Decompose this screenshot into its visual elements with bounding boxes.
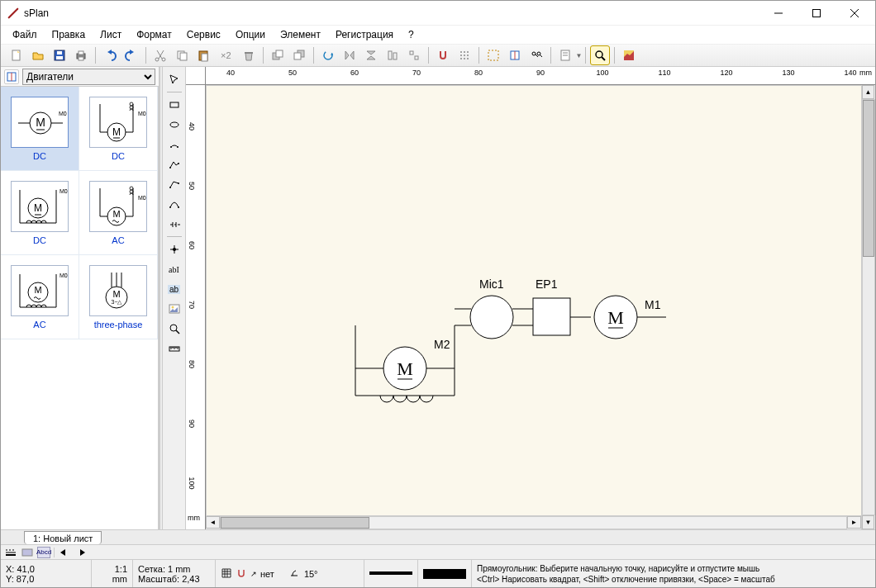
search-button[interactable] bbox=[526, 45, 546, 65]
grid-label: Сетка: 1 mm bbox=[138, 564, 210, 574]
bezier-tool[interactable] bbox=[165, 195, 183, 213]
grid-button[interactable] bbox=[455, 45, 474, 65]
component-item-ac1[interactable]: MM0 AC bbox=[79, 171, 158, 255]
svg-line-40 bbox=[540, 55, 542, 57]
arrow-left-icon[interactable] bbox=[58, 547, 71, 558]
scroll-up-button[interactable]: ▲ bbox=[862, 85, 874, 99]
maximize-button[interactable] bbox=[797, 1, 836, 26]
snap-icon[interactable] bbox=[236, 567, 247, 581]
component-item-dc3[interactable]: MM0 DC bbox=[1, 171, 79, 255]
minimize-button[interactable] bbox=[759, 1, 797, 26]
component-item-ac2[interactable]: MM0 AC bbox=[1, 255, 79, 339]
component-item-3phase[interactable]: M3~△ three-phase bbox=[79, 255, 158, 339]
send-back-button[interactable] bbox=[289, 45, 309, 65]
rect-tool[interactable] bbox=[165, 96, 183, 114]
svg-point-102 bbox=[170, 325, 177, 331]
menu-edit[interactable]: Правка bbox=[45, 27, 93, 42]
scroll-right-button[interactable]: ► bbox=[847, 516, 861, 529]
library-icon[interactable] bbox=[4, 69, 19, 84]
fill-style-icon[interactable] bbox=[21, 547, 34, 558]
menu-options[interactable]: Опции bbox=[229, 27, 272, 42]
svg-text:M: M bbox=[112, 289, 120, 299]
vscroll-track[interactable] bbox=[862, 99, 875, 515]
svg-text:M: M bbox=[112, 126, 121, 138]
sheet-tab-1[interactable]: 1: Новый лист bbox=[24, 531, 102, 544]
duplicate-button[interactable]: ×2 bbox=[215, 45, 237, 65]
text-tool[interactable]: abI bbox=[165, 260, 183, 278]
svg-text:M: M bbox=[34, 202, 42, 214]
node-tool[interactable] bbox=[165, 240, 183, 258]
component-label: AC bbox=[112, 235, 124, 245]
angle-icon[interactable] bbox=[289, 567, 301, 581]
menu-file[interactable]: Файл bbox=[6, 27, 44, 42]
cut-button[interactable] bbox=[150, 45, 170, 65]
distribute-button[interactable] bbox=[404, 45, 424, 65]
menu-sheet[interactable]: Лист bbox=[93, 27, 128, 42]
menu-element[interactable]: Элемент bbox=[274, 27, 327, 42]
text-style-icon[interactable]: Abcd bbox=[37, 547, 50, 558]
magnify-tool[interactable] bbox=[165, 320, 183, 338]
textbox-tool[interactable]: ab bbox=[165, 280, 183, 298]
copy-button[interactable] bbox=[172, 45, 192, 65]
rotate-button[interactable] bbox=[318, 45, 338, 65]
close-button[interactable] bbox=[836, 1, 874, 26]
measure-tool[interactable] bbox=[165, 339, 183, 358]
menu-help[interactable]: ? bbox=[402, 27, 421, 42]
zoom-button[interactable] bbox=[590, 45, 610, 65]
titlebar: sPlan bbox=[1, 1, 875, 26]
select-tool[interactable] bbox=[165, 70, 183, 88]
undo-button[interactable] bbox=[100, 45, 120, 65]
paste-button[interactable] bbox=[193, 45, 213, 65]
delete-button[interactable] bbox=[239, 45, 259, 65]
open-button[interactable] bbox=[28, 45, 48, 65]
component-item-dc2[interactable]: MM0 DC bbox=[79, 87, 158, 171]
hscroll-track[interactable] bbox=[220, 516, 847, 529]
scroll-left-button[interactable]: ◄ bbox=[206, 516, 220, 529]
category-dropdown[interactable]: Двигатели bbox=[22, 69, 155, 85]
flip-h-button[interactable] bbox=[340, 45, 359, 65]
poly-tool[interactable] bbox=[165, 155, 183, 173]
hscroll-thumb[interactable] bbox=[221, 517, 369, 529]
window-title: sPlan bbox=[24, 7, 759, 19]
new-button[interactable] bbox=[7, 45, 26, 65]
special-tool[interactable] bbox=[165, 215, 183, 233]
line-style-icon[interactable] bbox=[4, 547, 17, 558]
bring-front-button[interactable] bbox=[268, 45, 288, 65]
page-button[interactable] bbox=[555, 45, 575, 65]
save-button[interactable] bbox=[50, 45, 69, 65]
component-m2[interactable]: M M2 bbox=[355, 325, 455, 402]
vscroll-thumb[interactable] bbox=[863, 100, 874, 257]
svg-point-32 bbox=[464, 58, 465, 59]
component-button[interactable] bbox=[483, 45, 503, 65]
svg-point-10 bbox=[162, 58, 165, 61]
svg-text:M: M bbox=[112, 209, 120, 219]
snap-text-icon[interactable]: ↗ bbox=[250, 570, 257, 578]
svg-text:Mic1: Mic1 bbox=[479, 277, 504, 291]
align-button[interactable] bbox=[383, 45, 402, 65]
schematic: M M2 Mic1 bbox=[207, 86, 861, 529]
grid-icon[interactable] bbox=[221, 567, 232, 581]
image-tool[interactable] bbox=[165, 300, 183, 318]
redo-button[interactable] bbox=[121, 45, 141, 65]
flip-v-button[interactable] bbox=[361, 45, 381, 65]
svg-rect-21 bbox=[388, 51, 392, 59]
menu-service[interactable]: Сервис bbox=[180, 27, 227, 42]
component-mic1[interactable]: Mic1 bbox=[455, 277, 533, 339]
canvas[interactable]: M M2 Mic1 bbox=[206, 85, 861, 529]
print-button[interactable] bbox=[71, 45, 91, 65]
menu-format[interactable]: Формат bbox=[130, 27, 179, 42]
line-tool[interactable] bbox=[165, 175, 183, 193]
component-item-dc1[interactable]: MM0 DC bbox=[1, 87, 79, 171]
menu-registration[interactable]: Регистрация bbox=[329, 27, 400, 42]
angle-value: 15° bbox=[304, 569, 318, 579]
scroll-down-button[interactable]: ▼ bbox=[862, 515, 874, 529]
svg-point-29 bbox=[464, 55, 465, 56]
snap-button[interactable] bbox=[433, 45, 453, 65]
component-m1[interactable]: M M1 bbox=[594, 296, 666, 339]
library-button[interactable] bbox=[505, 45, 525, 65]
arc-tool[interactable] bbox=[165, 135, 183, 154]
component-ep1[interactable]: EP1 bbox=[533, 277, 591, 335]
ellipse-tool[interactable] bbox=[165, 116, 183, 134]
preview-button[interactable] bbox=[619, 45, 639, 65]
arrow-right-icon[interactable] bbox=[74, 547, 88, 558]
